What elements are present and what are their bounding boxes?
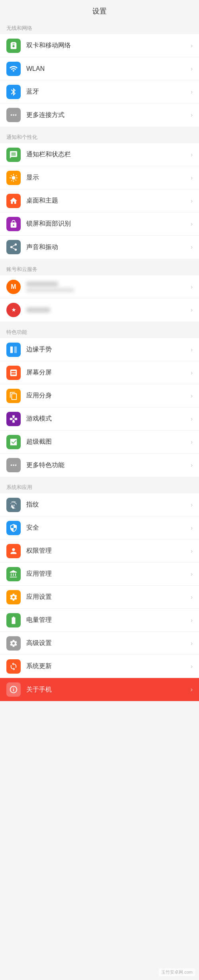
item-battery[interactable]: 电量管理 › [0,609,199,632]
notifbar-label: 通知栏和状态栏 [26,150,187,159]
gamemode-chevron: › [191,415,193,423]
sim-chevron: › [191,42,193,49]
security-label: 安全 [26,524,187,532]
item-more-conn[interactable]: 更多连接方式 › [0,103,199,127]
item-permission[interactable]: 权限管理 › [0,540,199,563]
item-mi-account[interactable]: M › [0,275,199,298]
update-chevron: › [191,663,193,670]
desktop-icon [6,194,21,208]
lockscreen-label: 锁屏和面部识别 [26,220,187,228]
battery-label: 电量管理 [26,616,187,624]
more-feature-label: 更多特色功能 [26,461,187,470]
item-fingerprint[interactable]: 指纹 › [0,493,199,516]
item-notifbar[interactable]: 通知栏和状态栏 › [0,143,199,166]
section-body-wireless: 双卡和移动网络 › WLAN › 蓝牙 › [0,34,199,127]
more-conn-chevron: › [191,111,193,119]
section-body-features: 边缘手势 › 屏幕分屏 › 应用分身 › [0,338,199,477]
mi-account-icon: M [6,280,21,294]
section-header-notification: 通知和个性化 [0,130,199,143]
section-features: 特色功能 边缘手势 › 屏幕分屏 › [0,325,199,477]
notifbar-icon [6,148,21,162]
lockscreen-icon [6,217,21,231]
fingerprint-label: 指纹 [26,501,187,509]
item-second-account[interactable]: ★ › [0,298,199,321]
sim-icon [6,39,21,53]
item-display[interactable]: 显示 › [0,166,199,189]
item-sim[interactable]: 双卡和移动网络 › [0,34,199,57]
item-about[interactable]: 关于手机 › [0,678,199,701]
item-bluetooth[interactable]: 蓝牙 › [0,80,199,103]
about-icon [6,682,21,697]
item-desktop[interactable]: 桌面和主题 › [0,189,199,212]
mi-account-text [26,282,187,292]
item-appmanage[interactable]: 应用管理 › [0,563,199,586]
appsetting-chevron: › [191,594,193,601]
screenshot-label: 超级截图 [26,438,187,446]
sound-chevron: › [191,244,193,251]
more-feature-icon [6,458,21,472]
section-accounts: 账号和云服务 M › ★ › [0,262,199,321]
update-icon [6,659,21,674]
mi-account-name [26,282,58,286]
section-wireless: 无线和网络 双卡和移动网络 › WLAN › [0,21,199,127]
more-conn-label: 更多连接方式 [26,111,187,119]
permission-chevron: › [191,547,193,555]
security-icon [6,521,21,535]
edge-label: 边缘手势 [26,345,187,354]
item-edge[interactable]: 边缘手势 › [0,338,199,361]
bluetooth-icon [6,85,21,99]
section-header-system: 系统和应用 [0,480,199,493]
splitscreen-chevron: › [191,369,193,376]
item-lockscreen[interactable]: 锁屏和面部识别 › [0,212,199,236]
advanced-chevron: › [191,640,193,647]
item-advanced[interactable]: 高级设置 › [0,632,199,655]
splitscreen-label: 屏幕分屏 [26,368,187,377]
battery-chevron: › [191,617,193,624]
section-notification: 通知和个性化 通知栏和状态栏 › 显示 › [0,130,199,259]
appclone-label: 应用分身 [26,392,187,400]
update-label: 系统更新 [26,662,187,670]
sound-icon [6,240,21,254]
appclone-icon [6,389,21,403]
item-appclone[interactable]: 应用分身 › [0,384,199,407]
section-system: 系统和应用 指纹 › 安全 › [0,480,199,701]
item-security[interactable]: 安全 › [0,516,199,540]
screenshot-chevron: › [191,438,193,446]
item-update[interactable]: 系统更新 › [0,655,199,678]
splitscreen-icon [6,366,21,380]
about-label: 关于手机 [26,686,187,694]
svg-rect-0 [10,346,13,353]
notifbar-chevron: › [191,151,193,158]
lockscreen-chevron: › [191,220,193,228]
edge-icon [6,343,21,357]
appclone-chevron: › [191,392,193,399]
item-sound[interactable]: 声音和振动 › [0,236,199,259]
desktop-chevron: › [191,197,193,205]
item-more-feature[interactable]: 更多特色功能 › [0,454,199,477]
item-screenshot[interactable]: 超级截图 › [0,431,199,454]
page-title: 设置 [0,0,199,21]
appsetting-label: 应用设置 [26,593,187,601]
item-wifi[interactable]: WLAN › [0,57,199,80]
about-chevron: › [191,686,193,693]
item-gamemode[interactable]: 游戏模式 › [0,407,199,431]
fingerprint-chevron: › [191,501,193,509]
gamemode-icon [6,412,21,426]
item-appsetting[interactable]: 应用设置 › [0,586,199,609]
mi-account-chevron: › [191,283,193,290]
wifi-icon [6,62,21,76]
item-splitscreen[interactable]: 屏幕分屏 › [0,361,199,384]
wifi-label: WLAN [26,65,187,72]
second-account-chevron: › [191,306,193,314]
second-account-text [26,308,187,312]
section-body-system: 指纹 › 安全 › 权限管理 › [0,493,199,701]
gamemode-label: 游戏模式 [26,415,187,423]
battery-icon [6,613,21,627]
appmanage-label: 应用管理 [26,570,187,578]
display-label: 显示 [26,173,187,182]
section-header-features: 特色功能 [0,325,199,338]
desktop-label: 桌面和主题 [26,197,187,205]
display-chevron: › [191,174,193,181]
sound-label: 声音和振动 [26,243,187,251]
appsetting-icon [6,590,21,604]
